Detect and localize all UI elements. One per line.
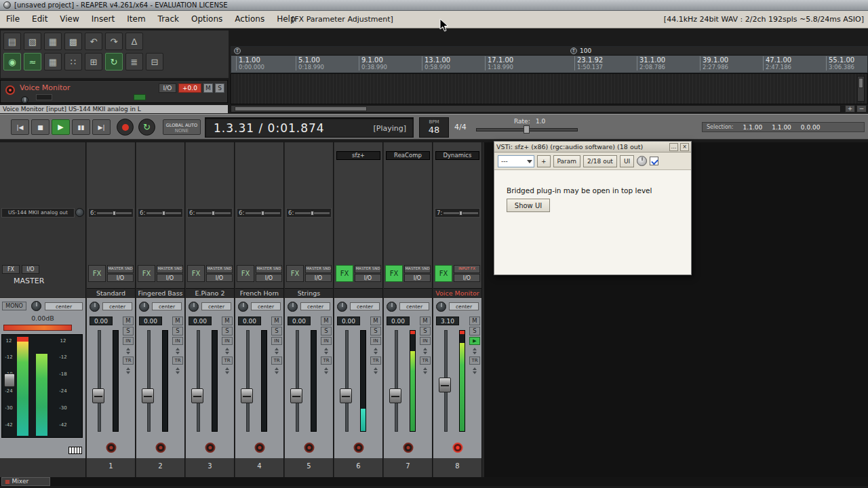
pan-knob[interactable]: [189, 302, 199, 312]
mute-button[interactable]: M: [222, 317, 233, 325]
track-name-label[interactable]: Fingered Bass: [136, 288, 184, 298]
volume-readout[interactable]: 0.00: [90, 317, 113, 325]
fx-button[interactable]: FX: [138, 265, 155, 282]
volume-readout[interactable]: 3.10: [436, 317, 459, 325]
pan-knob[interactable]: [436, 302, 446, 312]
arrow-down-icon[interactable]: [225, 352, 229, 354]
bypass-checkbox[interactable]: [650, 157, 658, 165]
fx-button[interactable]: FX: [336, 265, 353, 282]
arrow-up-icon[interactable]: [225, 367, 229, 370]
record-arm-button[interactable]: [452, 443, 462, 453]
spinner-arrows[interactable]: [222, 366, 233, 375]
volume-fader[interactable]: [292, 330, 301, 432]
grid-lines-icon[interactable]: ∷: [64, 53, 82, 70]
arrow-down-icon[interactable]: [126, 371, 130, 374]
arrow-down-icon[interactable]: [176, 371, 180, 374]
trim-button[interactable]: TR: [420, 357, 431, 365]
record-monitor-button[interactable]: IN: [172, 337, 183, 345]
mute-button[interactable]: M: [172, 317, 183, 325]
pan-knob[interactable]: [288, 302, 298, 312]
project-settings-icon[interactable]: ▩: [64, 33, 82, 50]
arrow-down-icon[interactable]: [473, 352, 477, 354]
arrow-down-icon[interactable]: [423, 352, 427, 354]
trim-button[interactable]: TR: [370, 357, 381, 365]
master-volume-readout[interactable]: 0.00dB: [0, 314, 85, 322]
master-fader-thumb[interactable]: [4, 373, 15, 387]
fader-thumb[interactable]: [439, 378, 451, 392]
record-arm-button[interactable]: [304, 443, 314, 453]
show-ui-button[interactable]: Show UI: [507, 199, 550, 212]
mute-button[interactable]: M: [123, 317, 134, 325]
trim-button[interactable]: TR: [172, 357, 183, 365]
spinner-arrows[interactable]: [123, 366, 134, 375]
spinner-arrows[interactable]: [123, 346, 134, 355]
arrow-up-icon[interactable]: [176, 348, 180, 350]
io-button[interactable]: I/O: [454, 274, 480, 282]
volume-fader[interactable]: [242, 330, 252, 432]
tempo-marker-icon[interactable]: T: [234, 47, 241, 54]
io-button[interactable]: I/O: [159, 83, 176, 93]
track-name-label[interactable]: Strings: [285, 288, 333, 298]
fx-button[interactable]: FX: [237, 265, 254, 282]
go-to-start-button[interactable]: |◀: [11, 119, 29, 135]
spinner-arrows[interactable]: [172, 366, 183, 375]
send-slot[interactable]: 6:: [187, 208, 233, 218]
record-monitor-button[interactable]: IN: [420, 337, 431, 345]
arrow-down-icon[interactable]: [324, 352, 328, 354]
arrow-up-icon[interactable]: [374, 367, 378, 370]
fx-button[interactable]: FX: [286, 265, 304, 282]
trim-button[interactable]: TR: [469, 357, 480, 365]
send-slider[interactable]: [245, 212, 280, 214]
fx-window-titlebar[interactable]: VSTi: sfz+ (x86) (rgc:audio software) (1…: [494, 142, 691, 152]
pan-knob[interactable]: [238, 302, 248, 312]
keyboard-icon[interactable]: [68, 447, 82, 454]
solo-button[interactable]: S: [321, 327, 332, 336]
pause-button[interactable]: ▮▮: [72, 119, 90, 135]
fx-window-close-button[interactable]: ×: [680, 143, 689, 151]
track-name-label[interactable]: E.Piano 2: [186, 288, 234, 298]
fx-button[interactable]: FX: [435, 265, 452, 282]
send-slot[interactable]: 6:: [237, 208, 282, 218]
record-monitor-button[interactable]: IN: [222, 337, 233, 345]
repeat-button[interactable]: ↻: [138, 119, 155, 136]
fx-button[interactable]: FX: [187, 265, 205, 282]
volume-readout[interactable]: 0.00: [337, 317, 360, 325]
envelopes-icon[interactable]: ≈: [24, 53, 41, 70]
save-project-icon[interactable]: ▦: [44, 33, 62, 50]
time-display[interactable]: 1.3.31 / 0:01.874 [Playing]: [205, 117, 414, 138]
io-button[interactable]: I/O: [404, 274, 431, 282]
spinner-arrows[interactable]: [420, 366, 431, 375]
volume-readout[interactable]: +0.0: [178, 83, 201, 93]
menu-view[interactable]: View: [54, 11, 85, 28]
arrow-up-icon[interactable]: [225, 348, 229, 350]
menu-item[interactable]: Item: [121, 11, 151, 28]
play-button[interactable]: ▶: [52, 119, 70, 135]
marker-strip[interactable]: T T 100: [231, 47, 867, 56]
fader-thumb[interactable]: [142, 388, 154, 403]
pan-knob[interactable]: [139, 302, 149, 312]
loop-icon[interactable]: ↻: [105, 53, 123, 70]
solo-button[interactable]: S: [222, 327, 233, 336]
arrow-up-icon[interactable]: [374, 348, 378, 350]
preset-dropdown[interactable]: ---: [498, 155, 534, 167]
fx-insert-slot[interactable]: sfz+: [336, 151, 380, 160]
send-slider[interactable]: [443, 212, 478, 214]
fader-thumb[interactable]: [92, 388, 104, 403]
arrange-view[interactable]: [231, 73, 868, 104]
ui-button[interactable]: UI: [620, 155, 634, 167]
fader-thumb[interactable]: [340, 388, 352, 403]
record-arm-button[interactable]: [5, 85, 15, 95]
title-bar[interactable]: [unsaved project] - REAPER v4.261/x64 - …: [0, 0, 868, 11]
arrow-down-icon[interactable]: [275, 352, 279, 354]
mono-button[interactable]: MONO: [2, 302, 26, 310]
spinner-arrows[interactable]: [420, 346, 431, 355]
fx-button[interactable]: FX: [88, 265, 106, 282]
sends-list-button[interactable]: MASTER SND: [355, 265, 381, 273]
pan-knob[interactable]: [21, 96, 28, 104]
horizontal-scroll-thumb[interactable]: [235, 106, 367, 111]
arrow-down-icon[interactable]: [275, 371, 279, 374]
menu-file[interactable]: File: [0, 11, 26, 28]
record-monitor-button[interactable]: IN: [370, 337, 381, 345]
global-automation-button[interactable]: GLOBAL AUTO NONE: [163, 119, 201, 135]
volume-fader[interactable]: [391, 330, 400, 432]
